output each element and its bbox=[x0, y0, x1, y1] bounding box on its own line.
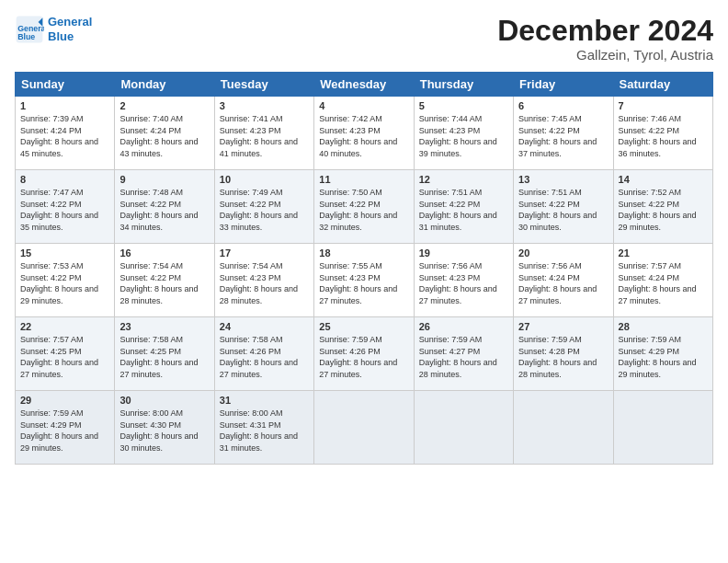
location: Gallzein, Tyrol, Austria bbox=[497, 47, 713, 63]
day-info: Sunrise: 7:51 AMSunset: 4:22 PMDaylight:… bbox=[419, 187, 508, 233]
calendar-cell: 10Sunrise: 7:49 AMSunset: 4:22 PMDayligh… bbox=[214, 170, 313, 244]
calendar-cell: 28Sunrise: 7:59 AMSunset: 4:29 PMDayligh… bbox=[613, 317, 712, 391]
calendar-cell: 4Sunrise: 7:42 AMSunset: 4:23 PMDaylight… bbox=[314, 97, 414, 170]
weekday-header: Monday bbox=[115, 73, 214, 97]
day-number: 12 bbox=[419, 174, 508, 185]
day-info: Sunrise: 7:46 AMSunset: 4:22 PMDaylight:… bbox=[619, 113, 708, 159]
calendar-cell: 14Sunrise: 7:52 AMSunset: 4:22 PMDayligh… bbox=[613, 170, 712, 244]
day-number: 27 bbox=[518, 321, 608, 332]
day-info: Sunrise: 7:45 AMSunset: 4:22 PMDaylight:… bbox=[518, 113, 608, 159]
day-number: 15 bbox=[20, 247, 109, 259]
day-info: Sunrise: 7:59 AMSunset: 4:28 PMDaylight:… bbox=[518, 334, 608, 380]
calendar-cell bbox=[613, 391, 712, 465]
calendar-cell: 29Sunrise: 7:59 AMSunset: 4:29 PMDayligh… bbox=[16, 391, 115, 465]
calendar-cell: 25Sunrise: 7:59 AMSunset: 4:26 PMDayligh… bbox=[314, 317, 414, 391]
day-info: Sunrise: 7:54 AMSunset: 4:23 PMDaylight:… bbox=[220, 260, 309, 306]
day-number: 21 bbox=[619, 247, 708, 259]
calendar-cell: 24Sunrise: 7:58 AMSunset: 4:26 PMDayligh… bbox=[214, 317, 313, 391]
calendar-cell: 13Sunrise: 7:51 AMSunset: 4:22 PMDayligh… bbox=[514, 170, 613, 244]
calendar-cell: 1Sunrise: 7:39 AMSunset: 4:24 PMDaylight… bbox=[16, 97, 115, 170]
calendar-cell: 23Sunrise: 7:58 AMSunset: 4:25 PMDayligh… bbox=[115, 317, 214, 391]
weekday-header: Sunday bbox=[16, 73, 115, 97]
calendar-cell: 31Sunrise: 8:00 AMSunset: 4:31 PMDayligh… bbox=[214, 391, 313, 465]
calendar-cell: 16Sunrise: 7:54 AMSunset: 4:22 PMDayligh… bbox=[115, 244, 214, 317]
day-number: 10 bbox=[220, 174, 309, 185]
day-info: Sunrise: 7:59 AMSunset: 4:29 PMDaylight:… bbox=[619, 334, 708, 380]
day-info: Sunrise: 7:52 AMSunset: 4:22 PMDaylight:… bbox=[619, 187, 708, 233]
day-number: 24 bbox=[220, 321, 309, 332]
calendar-cell: 11Sunrise: 7:50 AMSunset: 4:22 PMDayligh… bbox=[314, 170, 414, 244]
calendar-cell bbox=[414, 391, 513, 465]
day-number: 29 bbox=[20, 395, 109, 406]
day-info: Sunrise: 7:57 AMSunset: 4:24 PMDaylight:… bbox=[619, 260, 708, 306]
day-info: Sunrise: 8:00 AMSunset: 4:30 PMDaylight:… bbox=[119, 408, 209, 454]
day-info: Sunrise: 7:58 AMSunset: 4:26 PMDaylight:… bbox=[220, 334, 309, 380]
day-number: 3 bbox=[220, 100, 309, 111]
day-number: 16 bbox=[119, 247, 209, 259]
calendar-cell: 22Sunrise: 7:57 AMSunset: 4:25 PMDayligh… bbox=[16, 317, 115, 391]
svg-text:Blue: Blue bbox=[17, 32, 35, 41]
calendar-cell: 3Sunrise: 7:41 AMSunset: 4:23 PMDaylight… bbox=[214, 97, 313, 170]
day-number: 8 bbox=[20, 174, 109, 185]
page: General Blue GeneralBlue December 2024 G… bbox=[0, 0, 728, 563]
day-number: 2 bbox=[119, 100, 209, 111]
svg-text:General: General bbox=[17, 24, 44, 33]
day-number: 20 bbox=[518, 247, 608, 259]
weekday-header: Saturday bbox=[613, 73, 712, 97]
weekday-header: Wednesday bbox=[314, 73, 414, 97]
calendar-cell: 2Sunrise: 7:40 AMSunset: 4:24 PMDaylight… bbox=[115, 97, 214, 170]
day-info: Sunrise: 7:56 AMSunset: 4:24 PMDaylight:… bbox=[518, 260, 608, 306]
header: General Blue GeneralBlue December 2024 G… bbox=[15, 15, 713, 63]
calendar-cell: 5Sunrise: 7:44 AMSunset: 4:23 PMDaylight… bbox=[414, 97, 513, 170]
day-number: 9 bbox=[119, 174, 209, 185]
day-number: 28 bbox=[619, 321, 708, 332]
calendar-cell bbox=[514, 391, 613, 465]
day-number: 30 bbox=[119, 395, 209, 406]
day-info: Sunrise: 7:39 AMSunset: 4:24 PMDaylight:… bbox=[20, 113, 109, 159]
day-info: Sunrise: 7:54 AMSunset: 4:22 PMDaylight:… bbox=[119, 260, 209, 306]
day-number: 23 bbox=[119, 321, 209, 332]
day-info: Sunrise: 7:48 AMSunset: 4:22 PMDaylight:… bbox=[119, 187, 209, 233]
day-info: Sunrise: 7:53 AMSunset: 4:22 PMDaylight:… bbox=[20, 260, 109, 306]
calendar-cell: 19Sunrise: 7:56 AMSunset: 4:23 PMDayligh… bbox=[414, 244, 513, 317]
day-info: Sunrise: 7:42 AMSunset: 4:23 PMDaylight:… bbox=[319, 113, 408, 159]
day-number: 22 bbox=[20, 321, 109, 332]
logo-icon: General Blue bbox=[15, 15, 44, 44]
calendar-cell: 15Sunrise: 7:53 AMSunset: 4:22 PMDayligh… bbox=[16, 244, 115, 317]
day-number: 17 bbox=[220, 247, 309, 259]
calendar-week-row: 22Sunrise: 7:57 AMSunset: 4:25 PMDayligh… bbox=[16, 317, 713, 391]
calendar-week-row: 8Sunrise: 7:47 AMSunset: 4:22 PMDaylight… bbox=[16, 170, 713, 244]
day-number: 5 bbox=[419, 100, 508, 111]
calendar-cell bbox=[314, 391, 414, 465]
calendar-cell: 8Sunrise: 7:47 AMSunset: 4:22 PMDaylight… bbox=[16, 170, 115, 244]
calendar-cell: 26Sunrise: 7:59 AMSunset: 4:27 PMDayligh… bbox=[414, 317, 513, 391]
day-number: 19 bbox=[419, 247, 508, 259]
day-number: 1 bbox=[20, 100, 109, 111]
calendar-cell: 9Sunrise: 7:48 AMSunset: 4:22 PMDaylight… bbox=[115, 170, 214, 244]
day-number: 13 bbox=[518, 174, 608, 185]
day-info: Sunrise: 7:41 AMSunset: 4:23 PMDaylight:… bbox=[220, 113, 309, 159]
day-info: Sunrise: 7:59 AMSunset: 4:26 PMDaylight:… bbox=[319, 334, 408, 380]
calendar-cell: 18Sunrise: 7:55 AMSunset: 4:23 PMDayligh… bbox=[314, 244, 414, 317]
calendar-cell: 21Sunrise: 7:57 AMSunset: 4:24 PMDayligh… bbox=[613, 244, 712, 317]
day-info: Sunrise: 7:56 AMSunset: 4:23 PMDaylight:… bbox=[419, 260, 508, 306]
calendar-cell: 6Sunrise: 7:45 AMSunset: 4:22 PMDaylight… bbox=[514, 97, 613, 170]
day-number: 26 bbox=[419, 321, 508, 332]
calendar-cell: 20Sunrise: 7:56 AMSunset: 4:24 PMDayligh… bbox=[514, 244, 613, 317]
logo: General Blue GeneralBlue bbox=[15, 15, 92, 44]
day-info: Sunrise: 7:50 AMSunset: 4:22 PMDaylight:… bbox=[319, 187, 408, 233]
day-info: Sunrise: 7:59 AMSunset: 4:29 PMDaylight:… bbox=[20, 408, 109, 454]
calendar-cell: 17Sunrise: 7:54 AMSunset: 4:23 PMDayligh… bbox=[214, 244, 313, 317]
weekday-header: Friday bbox=[514, 73, 613, 97]
day-info: Sunrise: 7:57 AMSunset: 4:25 PMDaylight:… bbox=[20, 334, 109, 380]
day-info: Sunrise: 7:44 AMSunset: 4:23 PMDaylight:… bbox=[419, 113, 508, 159]
day-info: Sunrise: 7:59 AMSunset: 4:27 PMDaylight:… bbox=[419, 334, 508, 380]
calendar-cell: 7Sunrise: 7:46 AMSunset: 4:22 PMDaylight… bbox=[613, 97, 712, 170]
calendar-cell: 27Sunrise: 7:59 AMSunset: 4:28 PMDayligh… bbox=[514, 317, 613, 391]
day-info: Sunrise: 7:58 AMSunset: 4:25 PMDaylight:… bbox=[119, 334, 209, 380]
calendar-week-row: 1Sunrise: 7:39 AMSunset: 4:24 PMDaylight… bbox=[16, 97, 713, 170]
day-info: Sunrise: 7:49 AMSunset: 4:22 PMDaylight:… bbox=[220, 187, 309, 233]
day-info: Sunrise: 7:55 AMSunset: 4:23 PMDaylight:… bbox=[319, 260, 408, 306]
day-number: 6 bbox=[518, 100, 608, 111]
calendar-cell: 12Sunrise: 7:51 AMSunset: 4:22 PMDayligh… bbox=[414, 170, 513, 244]
